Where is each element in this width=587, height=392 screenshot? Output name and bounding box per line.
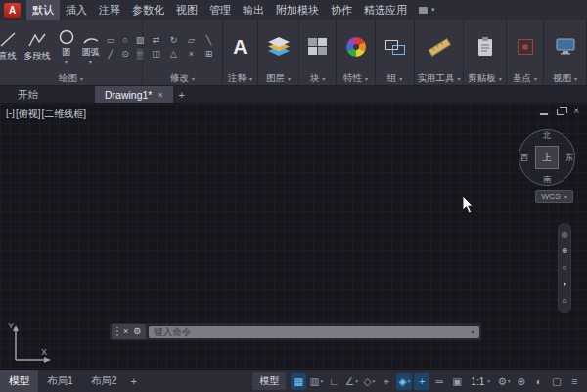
annotation-scale-button[interactable]: 1:1 ▾ — [467, 376, 494, 387]
minimize-icon[interactable] — [540, 113, 548, 115]
layout-tab-model[interactable]: 模型 — [0, 370, 38, 392]
panel-annotate-title[interactable]: 注释 ▾ — [223, 71, 257, 85]
new-drawing-button[interactable]: + — [173, 86, 191, 103]
grid-display-toggle[interactable]: ▦ — [291, 373, 306, 390]
viewcube-top-face[interactable]: 上 — [535, 146, 559, 169]
panel-view-title[interactable]: 视图 ▾ — [544, 71, 586, 85]
command-input[interactable] — [154, 327, 471, 337]
app-logo[interactable]: A — [4, 3, 21, 18]
panel-layers-title[interactable]: 图层 ▾ — [258, 71, 298, 85]
clean-screen-button[interactable]: ▢ — [549, 373, 564, 390]
ortho-mode-toggle[interactable]: ∟ — [326, 373, 341, 390]
layout-tab-layout2[interactable]: 布局2 — [82, 370, 126, 392]
snap-mode-toggle[interactable]: ▥ ▾ — [308, 373, 324, 390]
trim-tool-icon[interactable]: ╲ — [202, 34, 217, 46]
polyline-button[interactable]: 多段线 — [23, 30, 53, 64]
ribbon-tab-insert[interactable]: 插入 — [60, 0, 93, 20]
move-tool-icon[interactable]: ⇄ — [149, 34, 164, 46]
array-tool-icon[interactable]: ⊞ — [202, 48, 217, 60]
layers-icon[interactable] — [266, 36, 292, 57]
viewcube[interactable]: 北 南 西 东 上 — [519, 129, 575, 186]
ribbon-tab-view[interactable]: 视图 — [170, 0, 203, 20]
viewport-view-control[interactable]: [俯视] — [16, 108, 41, 121]
copy-tool-icon[interactable]: ◫ — [149, 48, 164, 60]
restore-icon[interactable] — [557, 109, 564, 115]
group-icon[interactable] — [384, 37, 406, 56]
clipboard-icon[interactable] — [475, 36, 495, 57]
text-tool-icon[interactable]: A — [233, 36, 247, 58]
line-button[interactable]: 直线 — [0, 30, 20, 64]
lineweight-toggle[interactable]: ═ — [431, 373, 447, 390]
block-icon[interactable] — [307, 37, 328, 56]
tab-drawing1[interactable]: Drawing1* × — [95, 86, 173, 103]
xline-tool-icon[interactable]: ╱ — [105, 48, 117, 60]
polar-tracking-toggle[interactable]: ∠ ▾ — [343, 373, 359, 390]
close-icon[interactable]: × — [158, 90, 162, 100]
measure-ruler-icon[interactable] — [428, 37, 451, 57]
new-layout-button[interactable]: + — [126, 370, 142, 392]
isometric-drafting-toggle[interactable]: ◇ ▾ — [361, 373, 377, 390]
ellipse-tool-icon[interactable]: ○ — [119, 34, 132, 46]
drag-handle-icon[interactable] — [116, 327, 118, 336]
drawing-canvas[interactable]: [-] [俯视] [二维线框] × 北 南 西 东 上 WCS ▾ ◎ ⊕ ○ … — [0, 104, 587, 370]
viewcube-east[interactable]: 东 — [565, 152, 573, 163]
command-history-icon[interactable]: ▴ — [471, 327, 474, 335]
osnap-tracking-toggle[interactable]: ⌖ — [379, 373, 394, 390]
panel-block-title[interactable]: 块 ▾ — [299, 71, 336, 85]
panel-clipboard-title[interactable]: 剪贴板 ▾ — [464, 71, 506, 85]
viewcube-west[interactable]: 西 — [520, 152, 528, 163]
pan-icon[interactable]: ⊕ — [562, 247, 568, 255]
selection-cycling-toggle[interactable]: ▣ — [449, 373, 465, 390]
command-line[interactable]: × ⚙ ▴ — [110, 323, 481, 340]
stretch-tool-icon[interactable]: ▱ — [184, 34, 200, 46]
circle-button[interactable]: 圆 ▾ — [56, 28, 77, 65]
viewcube-north[interactable]: 北 — [543, 130, 551, 141]
command-input-field[interactable]: ▴ — [149, 326, 479, 338]
navigation-wheel-icon[interactable]: ◎ — [562, 231, 568, 239]
customization-button[interactable]: ≡ — [566, 373, 582, 390]
panel-groups-title[interactable]: 组 ▾ — [376, 71, 414, 85]
customize-wrench-icon[interactable]: ⚙ — [133, 327, 141, 336]
ribbon-tab-collaborate[interactable]: 协作 — [325, 0, 358, 20]
annotation-monitor-button[interactable]: ⊕ — [514, 373, 529, 390]
panel-modify-title[interactable]: 修改 ▾ — [143, 71, 222, 85]
zoom-icon[interactable]: ○ — [563, 264, 567, 272]
panel-utilities-title[interactable]: 实用工具 ▾ — [415, 71, 463, 85]
ribbon-tab-parametric[interactable]: 参数化 — [126, 0, 170, 20]
viewport-menu-control[interactable]: [-] — [6, 108, 15, 121]
dynamic-input-toggle[interactable]: + — [414, 373, 429, 390]
close-icon[interactable]: × — [123, 327, 128, 336]
panel-draw-title[interactable]: 绘图 ▾ — [0, 71, 142, 85]
ribbon-tab-home[interactable]: 默认 — [26, 0, 60, 20]
monitor-icon[interactable] — [555, 37, 576, 56]
erase-tool-icon[interactable]: × — [184, 48, 200, 60]
ribbon-tab-addins[interactable]: 附加模块 — [270, 0, 325, 20]
color-wheel-icon[interactable] — [346, 37, 366, 57]
showmotion-icon[interactable]: ⌂ — [563, 297, 567, 305]
arc-button[interactable]: 圆弧 ▾ — [80, 28, 102, 65]
object-snap-toggle[interactable]: ◈ ▾ — [396, 373, 412, 390]
rectangle-tool-icon[interactable]: ▭ — [105, 34, 117, 46]
tab-start[interactable]: 开始 — [8, 86, 48, 103]
dynamic-input-icon: + — [419, 375, 425, 387]
orbit-icon[interactable]: ◑ — [563, 281, 567, 288]
ribbon-tab-manage[interactable]: 管理 — [203, 0, 237, 20]
isolate-objects-button[interactable]: ◐ — [531, 373, 547, 390]
ribbon-tab-annotate[interactable]: 注释 — [93, 0, 126, 20]
close-icon[interactable]: × — [573, 107, 579, 116]
viewcube-south[interactable]: 南 — [543, 174, 551, 185]
workspace-switching-button[interactable]: ⚙ ▾ — [496, 373, 512, 390]
panel-basepoint-title[interactable]: 基点 ▾ — [507, 71, 543, 85]
point-tool-icon[interactable]: ⊙ — [119, 48, 132, 60]
mirror-tool-icon[interactable]: △ — [166, 48, 182, 60]
ribbon-tab-output[interactable]: 输出 — [237, 0, 270, 20]
panel-properties-title[interactable]: 特性 ▾ — [337, 71, 375, 85]
rotate-tool-icon[interactable]: ↻ — [166, 34, 182, 46]
basepoint-icon[interactable] — [516, 37, 535, 57]
ribbon-tab-featured-apps[interactable]: 精选应用 — [358, 0, 413, 20]
model-space-button[interactable]: 模型 — [252, 372, 286, 390]
wcs-menu[interactable]: WCS ▾ — [535, 190, 573, 203]
viewport-style-control[interactable]: [二维线框] — [41, 108, 86, 121]
layout-tab-layout1[interactable]: 布局1 — [38, 370, 82, 392]
ribbon-options-dropdown[interactable]: ▾ — [419, 6, 435, 14]
